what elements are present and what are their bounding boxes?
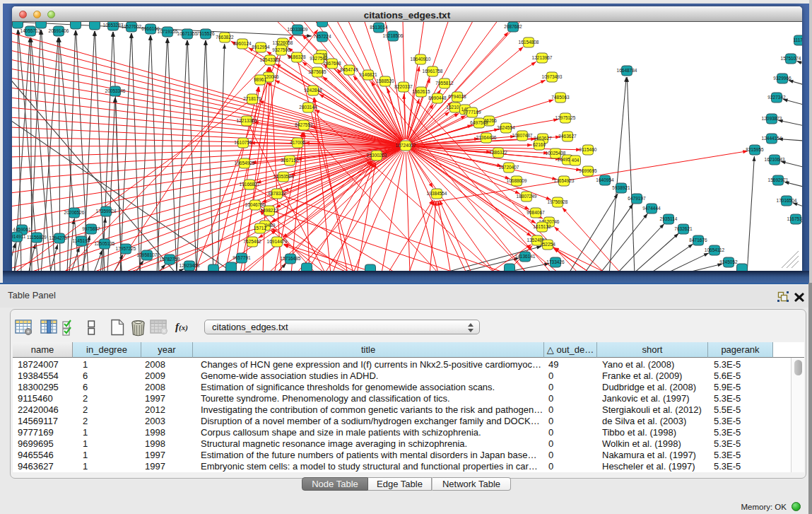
svg-text:1145194: 1145194	[73, 238, 90, 243]
svg-text:14055713: 14055713	[20, 28, 41, 33]
svg-text:8220337: 8220337	[394, 84, 413, 89]
svg-text:9657791: 9657791	[233, 255, 251, 260]
svg-text:252254: 252254	[540, 242, 555, 247]
svg-text:9777169: 9777169	[463, 110, 481, 115]
svg-text:10653287: 10653287	[103, 23, 124, 28]
svg-text:417006: 417006	[290, 140, 305, 145]
svg-text:3875685: 3875685	[308, 69, 326, 74]
svg-text:12444154: 12444154	[762, 136, 782, 141]
svg-text:21364436: 21364436	[476, 135, 497, 140]
svg-text:7955812: 7955812	[435, 81, 454, 86]
svg-text:8990448: 8990448	[428, 95, 447, 100]
svg-text:404: 404	[572, 158, 579, 163]
svg-text:10958107: 10958107	[137, 252, 158, 257]
svg-text:19384554: 19384554	[427, 191, 447, 196]
svg-text:12975125: 12975125	[555, 115, 576, 120]
svg-text:11527602: 11527602	[122, 24, 142, 29]
svg-text:9329966: 9329966	[773, 76, 792, 81]
svg-text:19218506: 19218506	[383, 33, 404, 38]
svg-text:8471676: 8471676	[689, 238, 707, 243]
svg-text:10973493: 10973493	[542, 74, 563, 79]
svg-text:15712: 15712	[254, 226, 266, 230]
svg-text:7625402: 7625402	[243, 239, 261, 244]
svg-text:20053346: 20053346	[105, 88, 126, 93]
svg-text:6497568: 6497568	[470, 120, 488, 125]
svg-text:15692971: 15692971	[768, 177, 789, 182]
svg-text:16961758: 16961758	[423, 69, 443, 74]
svg-text:3914911: 3914911	[12, 234, 26, 239]
svg-text:3267150: 3267150	[281, 158, 299, 163]
svg-text:9463627: 9463627	[558, 134, 577, 139]
svg-text:12923468: 12923468	[180, 263, 200, 268]
svg-text:1610755: 1610755	[234, 140, 252, 145]
svg-text:8878332: 8878332	[268, 191, 286, 196]
svg-text:13654923: 13654923	[554, 178, 575, 183]
svg-text:8513014: 8513014	[370, 25, 388, 30]
svg-text:9245052: 9245052	[719, 259, 738, 264]
svg-text:12213967: 12213967	[532, 55, 553, 60]
svg-text:14136141: 14136141	[515, 254, 536, 259]
svg-text:16210643: 16210643	[765, 157, 785, 162]
svg-text:15720407: 15720407	[499, 165, 519, 170]
svg-text:98961: 98961	[254, 77, 266, 82]
svg-text:1733426: 1733426	[546, 259, 565, 264]
svg-text:9146821: 9146821	[359, 72, 377, 77]
svg-text:9227342: 9227342	[767, 95, 786, 100]
svg-text:9699695: 9699695	[579, 168, 597, 173]
svg-text:1362615: 1362615	[412, 89, 430, 94]
svg-text:10025438: 10025438	[546, 151, 566, 156]
svg-text:2867608: 2867608	[323, 61, 341, 66]
svg-text:6479197: 6479197	[628, 196, 646, 201]
svg-text:12213369: 12213369	[237, 118, 257, 123]
svg-text:7386322: 7386322	[489, 150, 507, 155]
svg-text:10719155: 10719155	[158, 29, 178, 34]
svg-text:62160: 62160	[533, 142, 546, 147]
svg-text:10046766: 10046766	[245, 202, 266, 207]
svg-text:9975887: 9975887	[82, 226, 100, 231]
svg-text:20206526: 20206526	[64, 210, 85, 215]
svg-text:2718176: 2718176	[243, 96, 261, 101]
svg-text:20691406: 20691406	[49, 28, 69, 33]
svg-text:9327508: 9327508	[310, 56, 328, 61]
svg-text:9115460: 9115460	[579, 147, 597, 152]
svg-text:10671355: 10671355	[177, 31, 198, 36]
svg-text:19756928: 19756928	[548, 199, 568, 204]
svg-text:8427552: 8427552	[295, 122, 313, 127]
svg-text:8454749: 8454749	[340, 67, 358, 72]
svg-text:2935114: 2935114	[660, 216, 678, 221]
svg-text:16154808: 16154808	[519, 40, 539, 45]
svg-text:10688609: 10688609	[507, 178, 527, 183]
svg-text:8960124: 8960124	[233, 41, 252, 46]
svg-text:15751074: 15751074	[781, 56, 801, 61]
svg-text:16033809: 16033809	[288, 27, 308, 32]
svg-text:2803144: 2803144	[299, 105, 317, 110]
svg-text:12505135: 12505135	[95, 241, 115, 246]
svg-text:15716485: 15716485	[281, 256, 301, 261]
svg-text:18640910: 18640910	[411, 57, 431, 62]
svg-text:17359924: 17359924	[96, 209, 117, 214]
svg-text:16543382: 16543382	[260, 57, 281, 62]
svg-text:10807487: 10807487	[512, 133, 533, 138]
svg-text:1640954: 1640954	[596, 177, 614, 182]
svg-text:17957225: 17957225	[116, 246, 136, 251]
svg-text:6794028: 6794028	[448, 94, 466, 99]
svg-text:9474444: 9474444	[642, 206, 661, 211]
svg-text:1498222: 1498222	[260, 208, 278, 213]
svg-text:11175: 11175	[793, 37, 802, 42]
svg-text:23300203: 23300203	[367, 153, 387, 158]
svg-text:2087682: 2087682	[504, 24, 522, 29]
svg-text:5938921: 5938921	[612, 185, 630, 190]
svg-text:9084067: 9084067	[526, 210, 545, 215]
svg-text:13226058: 13226058	[273, 40, 293, 45]
svg-text:1167533: 1167533	[787, 216, 802, 221]
svg-text:8912954: 8912954	[252, 45, 270, 49]
svg-text:16648784: 16648784	[617, 68, 637, 73]
svg-text:4459061: 4459061	[13, 227, 31, 232]
svg-text:8215955: 8215955	[746, 147, 764, 152]
svg-text:3624554: 3624554	[497, 125, 515, 130]
svg-text:16782759: 16782759	[160, 257, 180, 262]
svg-text:12093873: 12093873	[762, 116, 782, 121]
svg-text:18807249: 18807249	[517, 194, 537, 199]
svg-text:11156829: 11156829	[27, 235, 47, 240]
svg-text:7663822: 7663822	[216, 35, 234, 40]
